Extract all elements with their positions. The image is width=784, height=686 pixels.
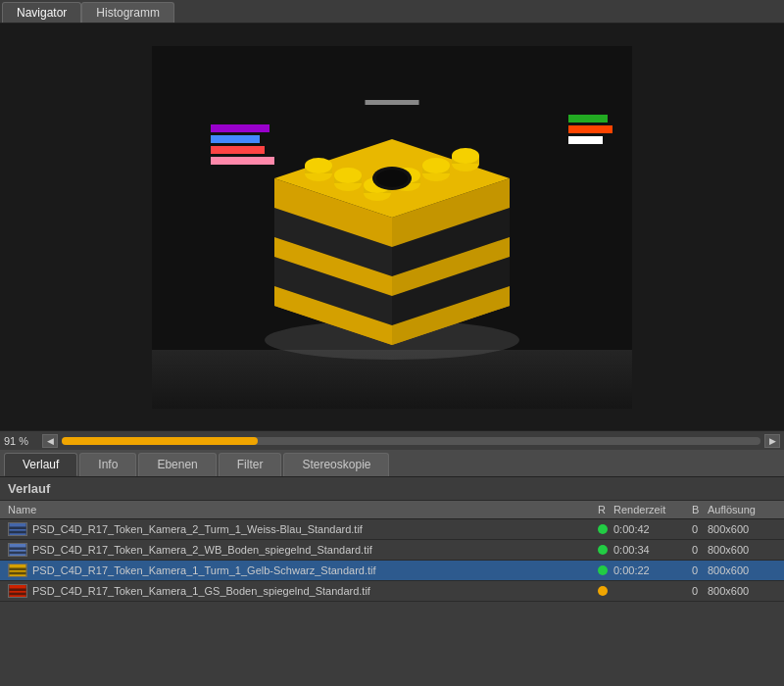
row-renderzeit-2: 0:00:22	[613, 564, 692, 576]
top-tab-bar: Navigator Histogramm	[0, 0, 784, 24]
strip-green	[568, 115, 608, 122]
color-strips-right	[568, 115, 612, 144]
tab-filter[interactable]: Filter	[219, 453, 282, 476]
col-name: Name	[8, 504, 598, 515]
table-header: Name R Renderzeit B Auflösung	[0, 501, 784, 519]
table-row[interactable]: PSD_C4D_R17_Token_Kamera_2_Turm_1_Weiss-…	[0, 519, 784, 540]
scrollbar-area: 91 % ◀ ▶	[0, 430, 784, 450]
zoom-label: 91 %	[4, 435, 38, 447]
row-name-3: PSD_C4D_R17_Token_Kamera_1_GS_Boden_spie…	[8, 584, 598, 598]
preview-canvas	[152, 46, 632, 409]
row-b-1: 0	[692, 544, 708, 556]
svg-point-11	[305, 158, 332, 173]
verlauf-title: Verlauf	[0, 477, 784, 501]
svg-rect-33	[9, 547, 25, 550]
status-dot-0	[598, 524, 608, 534]
row-aufloesung-0: 800x600	[708, 523, 776, 535]
row-b-3: 0	[692, 585, 708, 597]
floor-reflection	[152, 350, 632, 409]
svg-rect-30	[9, 526, 25, 529]
scroll-track[interactable]	[62, 437, 760, 445]
svg-rect-36	[9, 567, 25, 570]
tab-stereoskopie[interactable]: Stereoskopie	[283, 453, 389, 476]
row-b-2: 0	[692, 564, 708, 576]
row-name-0: PSD_C4D_R17_Token_Kamera_2_Turm_1_Weiss-…	[8, 522, 598, 536]
scroll-left-btn[interactable]: ◀	[42, 434, 58, 448]
table-body: PSD_C4D_R17_Token_Kamera_2_Turm_1_Weiss-…	[0, 519, 784, 602]
col-renderzeit: Renderzeit	[613, 504, 692, 515]
tab-navigator[interactable]: Navigator	[2, 2, 81, 23]
row-renderzeit-1: 0:00:34	[613, 544, 692, 556]
row-status-2	[598, 565, 613, 575]
scroll-right-btn[interactable]: ▶	[764, 434, 780, 448]
col-b: B	[692, 504, 708, 515]
svg-rect-34	[9, 552, 25, 555]
col-r: R	[598, 504, 613, 515]
row-status-0	[598, 524, 613, 534]
svg-rect-40	[9, 593, 25, 596]
svg-point-14	[334, 168, 362, 183]
status-dot-1	[598, 545, 608, 555]
status-dot-2	[598, 565, 608, 575]
table-row[interactable]: PSD_C4D_R17_Token_Kamera_2_WB_Boden_spie…	[0, 540, 784, 561]
svg-rect-39	[9, 588, 25, 591]
table-row[interactable]: PSD_C4D_R17_Token_Kamera_1_Turm_1_Gelb-S…	[0, 561, 784, 581]
strip-white	[568, 136, 603, 144]
row-aufloesung-3: 800x600	[708, 585, 776, 597]
svg-point-28	[376, 170, 408, 187]
row-aufloesung-2: 800x600	[708, 564, 776, 576]
row-status-3	[598, 586, 613, 596]
tab-info[interactable]: Info	[79, 453, 136, 476]
row-name-1: PSD_C4D_R17_Token_Kamera_2_WB_Boden_spie…	[8, 543, 598, 557]
status-dot-3	[598, 586, 608, 596]
svg-point-26	[452, 148, 479, 164]
tab-histogramm[interactable]: Histogramm	[81, 2, 174, 23]
svg-rect-31	[9, 531, 25, 534]
lego-block-svg	[235, 80, 549, 374]
tab-ebenen[interactable]: Ebenen	[138, 453, 216, 476]
row-renderzeit-0: 0:00:42	[613, 523, 692, 535]
strip-orange	[568, 125, 612, 133]
svg-point-23	[422, 158, 450, 173]
history-table: Name R Renderzeit B Auflösung PSD_C4D_R1…	[0, 501, 784, 602]
table-row[interactable]: PSD_C4D_R17_Token_Kamera_1_GS_Boden_spie…	[0, 581, 784, 602]
row-status-1	[598, 545, 613, 555]
row-aufloesung-1: 800x600	[708, 544, 776, 556]
row-b-0: 0	[692, 523, 708, 535]
preview-area	[0, 24, 784, 430]
lego-scene	[152, 46, 632, 409]
bottom-tab-bar: Verlauf Info Ebenen Filter Stereoskopie	[0, 450, 784, 477]
col-aufloesung: Auflösung	[708, 504, 776, 515]
row-name-2: PSD_C4D_R17_Token_Kamera_1_Turm_1_Gelb-S…	[8, 564, 598, 577]
scroll-thumb[interactable]	[62, 437, 258, 445]
tab-verlauf[interactable]: Verlauf	[4, 453, 77, 476]
svg-rect-37	[9, 572, 25, 575]
